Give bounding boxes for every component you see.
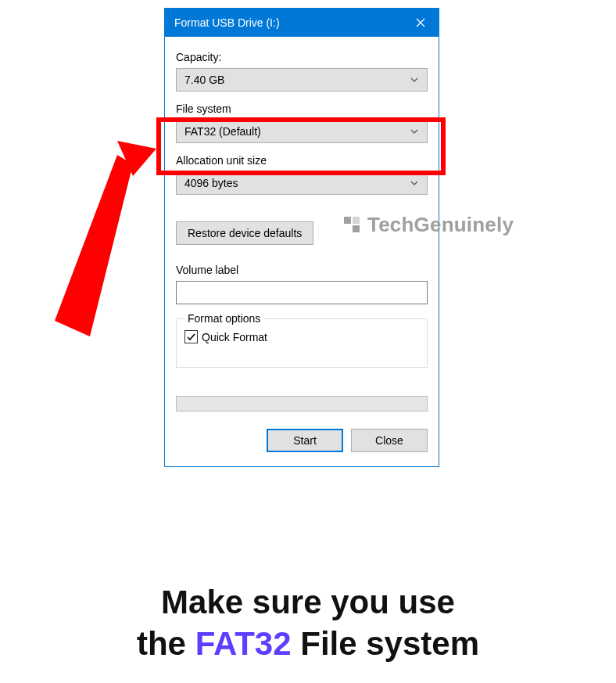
allocation-value: 4096 bytes <box>184 177 410 189</box>
close-icon[interactable] <box>403 9 439 37</box>
svg-marker-2 <box>117 141 156 176</box>
quick-format-row[interactable]: Quick Format <box>184 330 419 343</box>
restore-defaults-label: Restore device defaults <box>188 227 302 239</box>
progress-bar <box>176 396 428 412</box>
dialog-content: Capacity: 7.40 GB File system FAT32 (Def… <box>165 37 439 466</box>
start-button-label: Start <box>293 434 317 447</box>
close-button[interactable]: Close <box>351 429 428 452</box>
caption-emphasis: FAT32 <box>195 625 292 662</box>
action-row: Start Close <box>176 429 428 452</box>
caption-line1: Make sure you use <box>161 584 455 620</box>
capacity-value: 7.40 GB <box>184 74 410 86</box>
chevron-down-icon <box>410 127 419 136</box>
svg-marker-3 <box>55 155 133 336</box>
volume-label-label: Volume label <box>176 264 428 276</box>
allocation-dropdown[interactable]: 4096 bytes <box>176 171 428 195</box>
caption-line2-pre: the <box>137 625 195 662</box>
chevron-down-icon <box>410 75 419 84</box>
allocation-label: Allocation unit size <box>176 154 428 167</box>
format-options-title: Format options <box>184 312 263 325</box>
capacity-label: Capacity: <box>176 51 428 63</box>
titlebar[interactable]: Format USB Drive (I:) <box>165 9 439 37</box>
restore-defaults-button[interactable]: Restore device defaults <box>176 221 313 245</box>
arrow-annotation-icon <box>0 133 180 368</box>
caption-line2-post: File system <box>292 625 479 662</box>
window-title: Format USB Drive (I:) <box>165 16 403 29</box>
volume-label-input[interactable] <box>176 281 428 304</box>
filesystem-dropdown[interactable]: FAT32 (Default) <box>176 120 428 143</box>
chevron-down-icon <box>410 178 419 188</box>
quick-format-checkbox[interactable] <box>184 330 198 343</box>
filesystem-value: FAT32 (Default) <box>184 125 410 138</box>
quick-format-label: Quick Format <box>202 331 267 343</box>
filesystem-label: File system <box>176 102 428 115</box>
capacity-dropdown[interactable]: 7.40 GB <box>176 68 428 92</box>
format-dialog: Format USB Drive (I:) Capacity: 7.40 GB … <box>164 8 439 467</box>
start-button[interactable]: Start <box>267 429 343 452</box>
close-button-label: Close <box>375 434 403 447</box>
caption: Make sure you use the FAT32 File system <box>0 582 616 664</box>
format-options-group: Format options Quick Format <box>176 318 428 368</box>
